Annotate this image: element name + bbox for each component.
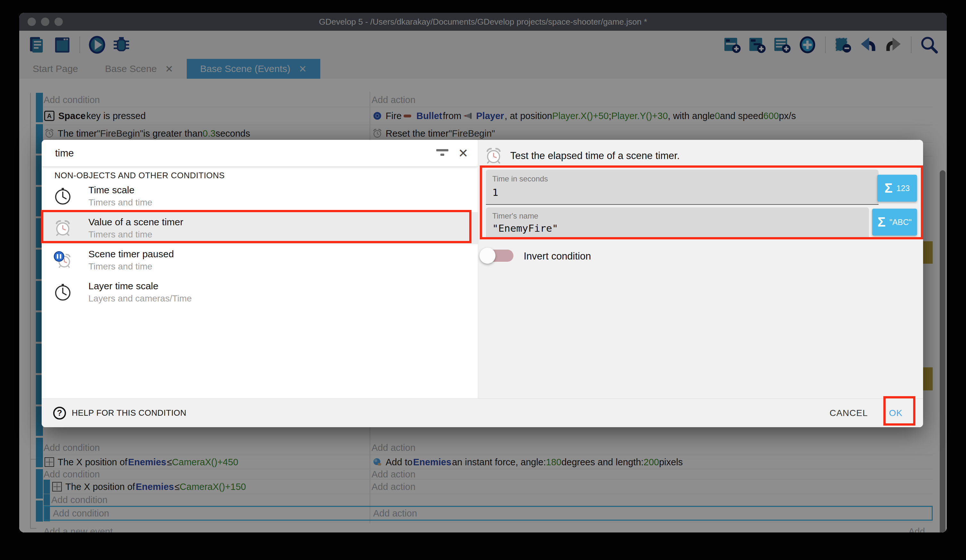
- help-icon[interactable]: ?: [53, 407, 66, 419]
- search-bar: ✕: [42, 140, 478, 167]
- help-link[interactable]: HELP FOR THIS CONDITION: [72, 408, 186, 418]
- annotation-box-fields: [480, 165, 923, 239]
- condition-chooser-panel: ✕ NON-OBJECTS AND OTHER CONDITIONS Time …: [42, 140, 478, 398]
- list-item-subtitle: Timers and time: [89, 260, 174, 273]
- list-item-subtitle: Timers and time: [89, 196, 153, 209]
- annotation-box-list-item: [41, 210, 472, 243]
- cancel-button[interactable]: CANCEL: [820, 401, 877, 425]
- search-input[interactable]: [54, 147, 436, 159]
- dialog-footer: ? HELP FOR THIS CONDITION CANCEL OK: [42, 398, 923, 427]
- list-item-text: Scene timer pausedTimers and time: [89, 248, 174, 273]
- clock-icon: [53, 187, 72, 206]
- alarm-clock-icon: [485, 147, 503, 165]
- section-header: NON-OBJECTS AND OTHER CONDITIONS: [54, 170, 225, 180]
- list-item-text: Layer time scaleLayers and cameras/Time: [89, 280, 192, 305]
- list-item-title: Scene timer paused: [89, 248, 174, 260]
- detail-header: Test the elapsed time of a scene timer.: [485, 147, 680, 165]
- filter-icon[interactable]: [436, 149, 449, 158]
- list-item-subtitle: Layers and cameras/Time: [89, 293, 192, 305]
- annotation-box-ok: [883, 396, 915, 426]
- screenshot-stage: GDevelop 5 - /Users/dkarakay/Documents/G…: [0, 0, 966, 560]
- condition-list-item-layer-time-scale[interactable]: Layer time scaleLayers and cameras/Time: [42, 276, 478, 308]
- list-item-title: Layer time scale: [89, 280, 192, 293]
- scene-timer-paused-icon: [53, 251, 72, 270]
- clock-icon: [53, 283, 72, 302]
- list-item-text: Time scaleTimers and time: [89, 184, 153, 209]
- condition-description: Test the elapsed time of a scene timer.: [510, 150, 680, 162]
- list-item-title: Time scale: [89, 184, 153, 196]
- toggle-thumb[interactable]: [480, 248, 496, 264]
- condition-list-item-time-scale[interactable]: Time scaleTimers and time: [42, 180, 478, 212]
- condition-list-item-scene-timer-paused[interactable]: Scene timer pausedTimers and time: [42, 244, 478, 276]
- invert-condition-label: Invert condition: [524, 251, 591, 262]
- close-icon[interactable]: ✕: [458, 146, 468, 160]
